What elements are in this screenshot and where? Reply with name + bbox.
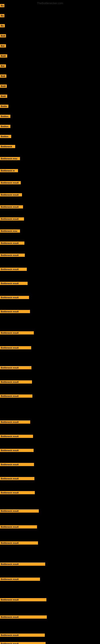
bottleneck-item-15: Bottleneck <box>0 145 15 149</box>
bottleneck-label-1: Bo <box>0 4 4 7</box>
bottleneck-item-38: Bottleneck result <box>0 477 34 481</box>
bottleneck-item-1: Bo <box>0 4 4 8</box>
bottleneck-item-8: Bott <box>0 74 6 78</box>
bottleneck-item-26: Bottleneck result <box>0 282 28 286</box>
bottleneck-label-7: Bot <box>0 64 6 68</box>
bottleneck-item-29: Bottleneck result <box>0 331 34 335</box>
bottleneck-item-10: Bottl <box>0 94 7 98</box>
bottleneck-label-48: Bottleneck result <box>0 642 46 644</box>
bottleneck-item-20: Bottleneck result <box>0 205 23 209</box>
bottleneck-label-35: Bottleneck result <box>0 435 33 438</box>
bottleneck-item-40: Bottleneck result <box>0 509 39 514</box>
bottleneck-item-22: Bottleneck resu <box>0 230 20 234</box>
bottleneck-item-30: Bottleneck result <box>0 346 31 350</box>
bottleneck-item-19: Bottleneck result <box>0 193 22 197</box>
bottleneck-label-47: Bottleneck result <box>0 634 45 637</box>
site-title: TheBottlenecker.com <box>0 0 100 6</box>
bottleneck-item-9: Bottl <box>0 84 7 88</box>
bottleneck-label-11: Bottle <box>0 105 8 108</box>
bottleneck-label-6: Bottl <box>0 54 7 58</box>
bottleneck-label-44: Bottleneck result <box>0 578 40 581</box>
bottleneck-label-31: Bottleneck result <box>0 366 31 369</box>
bottleneck-item-35: Bottleneck result <box>0 435 33 439</box>
bottleneck-item-14: Bottlen <box>0 135 11 139</box>
bottleneck-label-16: Bottleneck resu <box>0 157 20 160</box>
bottleneck-label-32: Bottleneck result <box>0 380 32 384</box>
bottleneck-item-41: Bottleneck result <box>0 525 37 529</box>
bottleneck-label-36: Bottleneck result <box>0 449 34 452</box>
bottleneck-label-21: Bottleneck result <box>0 217 24 220</box>
bottleneck-item-27: Bottleneck result <box>0 296 29 300</box>
bottleneck-item-7: Bot <box>0 64 6 68</box>
bottleneck-item-28: Bottleneck result <box>0 310 30 314</box>
bottleneck-label-25: Bottleneck result <box>0 268 27 271</box>
bottleneck-label-4: Bott <box>0 34 6 38</box>
bottleneck-item-39: Bottleneck result <box>0 491 35 495</box>
bottleneck-label-27: Bottleneck result <box>0 296 29 299</box>
bottleneck-item-16: Bottleneck resu <box>0 157 20 161</box>
bottleneck-item-36: Bottleneck result <box>0 449 34 453</box>
bottleneck-label-28: Bottleneck result <box>0 310 30 313</box>
bottleneck-item-43: Bottleneck result <box>0 562 45 566</box>
bottleneck-item-34: Bottleneck result <box>0 420 30 424</box>
bottleneck-item-47: Bottleneck result <box>0 634 45 638</box>
bottleneck-item-13: Bottlen <box>0 125 10 129</box>
bottleneck-item-17: Bottleneck re <box>0 169 18 173</box>
bottleneck-item-6: Bottl <box>0 54 7 58</box>
bottleneck-label-45: Bottleneck result <box>0 598 47 601</box>
bottleneck-label-15: Bottleneck <box>0 145 15 148</box>
bottleneck-label-17: Bottleneck re <box>0 169 18 172</box>
bottleneck-item-3: Bo <box>0 24 5 28</box>
bottleneck-label-43: Bottleneck result <box>0 562 45 566</box>
bottleneck-item-18: Bottleneck result <box>0 181 21 185</box>
bottleneck-label-26: Bottleneck result <box>0 282 28 285</box>
bottleneck-label-34: Bottleneck result <box>0 420 30 424</box>
bottleneck-item-25: Bottleneck result <box>0 268 27 272</box>
bottleneck-label-29: Bottleneck result <box>0 331 34 334</box>
bottleneck-item-42: Bottleneck result <box>0 541 38 546</box>
bottleneck-label-20: Bottleneck result <box>0 205 23 208</box>
bottleneck-label-33: Bottleneck result <box>0 394 32 398</box>
bottleneck-label-46: Bottleneck result <box>0 616 47 619</box>
bottleneck-label-37: Bottleneck result <box>0 463 34 466</box>
bottleneck-label-23: Bottleneck result <box>0 242 24 245</box>
bottleneck-label-13: Bottlen <box>0 125 10 128</box>
bottleneck-label-41: Bottleneck result <box>0 525 37 528</box>
bottleneck-item-24: Bottleneck result <box>0 254 25 258</box>
bottleneck-label-19: Bottleneck result <box>0 193 22 196</box>
bottleneck-item-44: Bottleneck result <box>0 578 40 582</box>
bottleneck-label-12: Bottlen <box>0 115 10 118</box>
bottleneck-label-22: Bottleneck resu <box>0 230 20 233</box>
bottleneck-label-40: Bottleneck result <box>0 509 39 512</box>
bottleneck-label-14: Bottlen <box>0 135 11 138</box>
bottleneck-label-2: Bo <box>0 14 4 17</box>
bottleneck-item-21: Bottleneck result <box>0 217 24 222</box>
bottleneck-item-23: Bottleneck result <box>0 242 24 246</box>
bottleneck-label-30: Bottleneck result <box>0 346 31 349</box>
bottleneck-item-45: Bottleneck result <box>0 598 47 602</box>
bottleneck-item-2: Bo <box>0 14 4 18</box>
bottleneck-label-9: Bottl <box>0 84 7 88</box>
bottleneck-item-5: Bot <box>0 44 6 48</box>
bottleneck-label-38: Bottleneck result <box>0 477 34 480</box>
bottleneck-label-42: Bottleneck result <box>0 541 38 544</box>
bottleneck-label-10: Bottl <box>0 94 7 98</box>
bottleneck-item-4: Bott <box>0 34 6 38</box>
bottleneck-label-39: Bottleneck result <box>0 491 35 494</box>
bottleneck-item-33: Bottleneck result <box>0 394 32 398</box>
bottleneck-item-37: Bottleneck result <box>0 463 34 467</box>
bottleneck-item-11: Bottle <box>0 105 8 109</box>
bottleneck-item-12: Bottlen <box>0 115 10 119</box>
bottleneck-label-24: Bottleneck result <box>0 254 25 257</box>
bottleneck-label-3: Bo <box>0 24 5 27</box>
bottleneck-item-31: Bottleneck result <box>0 366 31 370</box>
bottleneck-label-8: Bott <box>0 74 6 78</box>
bottleneck-item-48: Bottleneck result <box>0 642 46 644</box>
bottleneck-item-32: Bottleneck result <box>0 380 32 384</box>
bottleneck-label-18: Bottleneck result <box>0 181 21 184</box>
bottleneck-label-5: Bot <box>0 44 6 48</box>
bottleneck-item-46: Bottleneck result <box>0 616 47 620</box>
